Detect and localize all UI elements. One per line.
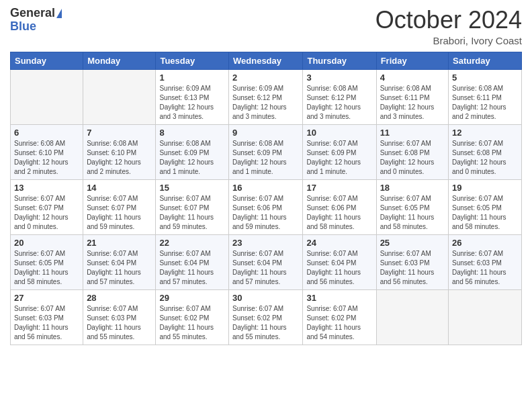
day-info: Sunrise: 6:08 AM Sunset: 6:09 PM Dayligh…	[232, 139, 299, 177]
day-number: 9	[232, 128, 299, 138]
calendar-header-row: Sunday Monday Tuesday Wednesday Thursday…	[11, 52, 522, 69]
day-number: 24	[306, 238, 372, 248]
table-row: 7Sunrise: 6:08 AM Sunset: 6:10 PM Daylig…	[83, 124, 156, 179]
day-number: 18	[380, 183, 445, 193]
day-info: Sunrise: 6:07 AM Sunset: 6:04 PM Dayligh…	[87, 249, 152, 287]
table-row	[83, 69, 156, 124]
table-row: 20Sunrise: 6:07 AM Sunset: 6:05 PM Dayli…	[11, 234, 83, 289]
logo: General Blue	[10, 7, 62, 34]
day-info: Sunrise: 6:07 AM Sunset: 6:03 PM Dayligh…	[380, 249, 445, 287]
day-info: Sunrise: 6:07 AM Sunset: 6:05 PM Dayligh…	[380, 194, 445, 232]
table-row: 28Sunrise: 6:07 AM Sunset: 6:03 PM Dayli…	[83, 289, 156, 345]
day-number: 2	[232, 73, 299, 83]
table-row: 29Sunrise: 6:07 AM Sunset: 6:02 PM Dayli…	[156, 289, 229, 345]
table-row: 27Sunrise: 6:07 AM Sunset: 6:03 PM Dayli…	[11, 289, 83, 345]
day-number: 29	[159, 293, 225, 303]
day-number: 12	[452, 128, 518, 138]
day-info: Sunrise: 6:07 AM Sunset: 6:08 PM Dayligh…	[380, 139, 445, 177]
calendar-table: Sunday Monday Tuesday Wednesday Thursday…	[10, 52, 522, 345]
day-number: 6	[14, 128, 79, 138]
day-info: Sunrise: 6:07 AM Sunset: 6:07 PM Dayligh…	[159, 194, 225, 232]
table-row	[11, 69, 83, 124]
table-row: 18Sunrise: 6:07 AM Sunset: 6:05 PM Dayli…	[376, 179, 448, 234]
day-number: 23	[232, 238, 299, 248]
day-info: Sunrise: 6:07 AM Sunset: 6:03 PM Dayligh…	[452, 249, 518, 287]
logo-general-text: General	[10, 7, 55, 20]
table-row: 11Sunrise: 6:07 AM Sunset: 6:08 PM Dayli…	[376, 124, 448, 179]
col-wednesday: Wednesday	[229, 52, 303, 69]
day-info: Sunrise: 6:07 AM Sunset: 6:06 PM Dayligh…	[306, 194, 372, 232]
logo-icon	[56, 9, 62, 18]
table-row: 9Sunrise: 6:08 AM Sunset: 6:09 PM Daylig…	[229, 124, 303, 179]
day-info: Sunrise: 6:07 AM Sunset: 6:04 PM Dayligh…	[306, 249, 372, 287]
day-number: 22	[159, 238, 225, 248]
col-thursday: Thursday	[303, 52, 376, 69]
day-info: Sunrise: 6:07 AM Sunset: 6:08 PM Dayligh…	[452, 139, 518, 177]
day-info: Sunrise: 6:08 AM Sunset: 6:10 PM Dayligh…	[14, 139, 79, 177]
table-row: 5Sunrise: 6:08 AM Sunset: 6:11 PM Daylig…	[449, 69, 522, 124]
logo-blue-text: Blue	[10, 20, 36, 34]
day-number: 27	[14, 293, 79, 303]
day-number: 13	[14, 183, 79, 193]
calendar-week-row: 27Sunrise: 6:07 AM Sunset: 6:03 PM Dayli…	[11, 289, 522, 345]
day-info: Sunrise: 6:07 AM Sunset: 6:04 PM Dayligh…	[232, 249, 299, 287]
table-row: 13Sunrise: 6:07 AM Sunset: 6:07 PM Dayli…	[11, 179, 83, 234]
day-info: Sunrise: 6:07 AM Sunset: 6:09 PM Dayligh…	[306, 139, 372, 177]
table-row: 4Sunrise: 6:08 AM Sunset: 6:11 PM Daylig…	[376, 69, 448, 124]
table-row: 25Sunrise: 6:07 AM Sunset: 6:03 PM Dayli…	[376, 234, 448, 289]
col-monday: Monday	[83, 52, 156, 69]
day-number: 30	[232, 293, 299, 303]
day-number: 11	[380, 128, 445, 138]
page: General Blue October 2024 Brabori, Ivory…	[0, 0, 532, 411]
location-title: Brabori, Ivory Coast	[375, 35, 522, 46]
day-number: 20	[14, 238, 79, 248]
col-sunday: Sunday	[11, 52, 83, 69]
table-row: 24Sunrise: 6:07 AM Sunset: 6:04 PM Dayli…	[303, 234, 376, 289]
day-info: Sunrise: 6:07 AM Sunset: 6:03 PM Dayligh…	[87, 304, 152, 342]
day-number: 15	[159, 183, 225, 193]
table-row: 10Sunrise: 6:07 AM Sunset: 6:09 PM Dayli…	[303, 124, 376, 179]
day-info: Sunrise: 6:09 AM Sunset: 6:13 PM Dayligh…	[159, 84, 225, 122]
table-row: 1Sunrise: 6:09 AM Sunset: 6:13 PM Daylig…	[156, 69, 229, 124]
col-friday: Friday	[376, 52, 448, 69]
day-number: 3	[306, 73, 372, 83]
table-row: 3Sunrise: 6:08 AM Sunset: 6:12 PM Daylig…	[303, 69, 376, 124]
calendar-week-row: 6Sunrise: 6:08 AM Sunset: 6:10 PM Daylig…	[11, 124, 522, 179]
calendar-week-row: 1Sunrise: 6:09 AM Sunset: 6:13 PM Daylig…	[11, 69, 522, 124]
day-number: 4	[380, 73, 445, 83]
calendar-week-row: 13Sunrise: 6:07 AM Sunset: 6:07 PM Dayli…	[11, 179, 522, 234]
day-info: Sunrise: 6:07 AM Sunset: 6:02 PM Dayligh…	[232, 304, 299, 342]
table-row: 30Sunrise: 6:07 AM Sunset: 6:02 PM Dayli…	[229, 289, 303, 345]
title-area: October 2024 Brabori, Ivory Coast	[375, 7, 522, 46]
month-title: October 2024	[375, 7, 522, 34]
table-row: 8Sunrise: 6:08 AM Sunset: 6:09 PM Daylig…	[156, 124, 229, 179]
col-saturday: Saturday	[449, 52, 522, 69]
day-info: Sunrise: 6:08 AM Sunset: 6:12 PM Dayligh…	[306, 84, 372, 122]
day-number: 16	[232, 183, 299, 193]
day-number: 5	[452, 73, 518, 83]
calendar-week-row: 20Sunrise: 6:07 AM Sunset: 6:05 PM Dayli…	[11, 234, 522, 289]
col-tuesday: Tuesday	[156, 52, 229, 69]
day-info: Sunrise: 6:08 AM Sunset: 6:11 PM Dayligh…	[452, 84, 518, 122]
day-info: Sunrise: 6:07 AM Sunset: 6:03 PM Dayligh…	[14, 304, 79, 342]
table-row: 22Sunrise: 6:07 AM Sunset: 6:04 PM Dayli…	[156, 234, 229, 289]
day-number: 1	[159, 73, 225, 83]
day-number: 28	[87, 293, 152, 303]
table-row: 16Sunrise: 6:07 AM Sunset: 6:06 PM Dayli…	[229, 179, 303, 234]
day-info: Sunrise: 6:09 AM Sunset: 6:12 PM Dayligh…	[232, 84, 299, 122]
table-row	[449, 289, 522, 345]
day-info: Sunrise: 6:07 AM Sunset: 6:05 PM Dayligh…	[452, 194, 518, 232]
day-number: 8	[159, 128, 225, 138]
day-number: 19	[452, 183, 518, 193]
day-info: Sunrise: 6:07 AM Sunset: 6:06 PM Dayligh…	[232, 194, 299, 232]
day-info: Sunrise: 6:07 AM Sunset: 6:02 PM Dayligh…	[159, 304, 225, 342]
day-info: Sunrise: 6:08 AM Sunset: 6:10 PM Dayligh…	[87, 139, 152, 177]
table-row: 31Sunrise: 6:07 AM Sunset: 6:02 PM Dayli…	[303, 289, 376, 345]
day-number: 14	[87, 183, 152, 193]
day-info: Sunrise: 6:07 AM Sunset: 6:07 PM Dayligh…	[87, 194, 152, 232]
day-info: Sunrise: 6:07 AM Sunset: 6:07 PM Dayligh…	[14, 194, 79, 232]
day-number: 7	[87, 128, 152, 138]
table-row: 19Sunrise: 6:07 AM Sunset: 6:05 PM Dayli…	[449, 179, 522, 234]
table-row: 26Sunrise: 6:07 AM Sunset: 6:03 PM Dayli…	[449, 234, 522, 289]
table-row: 6Sunrise: 6:08 AM Sunset: 6:10 PM Daylig…	[11, 124, 83, 179]
